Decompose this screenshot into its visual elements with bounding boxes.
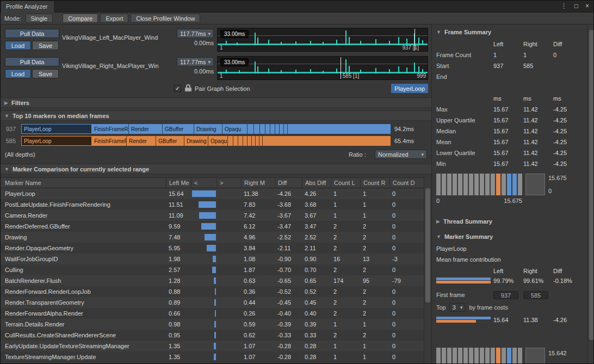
marker-segment[interactable] [254, 124, 260, 134]
marker-row[interactable]: BatchRenderer.Flush1.280.63-0.650.651749… [1, 275, 424, 286]
foldout-open-icon[interactable]: ▼ [4, 113, 9, 119]
frame-time-graph-left[interactable]: 33.00ms 1 937 [1] [217, 28, 428, 52]
scrollbar-thumb[interactable] [589, 30, 594, 340]
selected-frame-marker[interactable] [341, 57, 341, 79]
marker-row[interactable]: Culling2.571.87-0.700.70220 [1, 264, 424, 275]
marker-row[interactable]: WaitForJobGroupID1.981.08-0.900.901613-3 [1, 254, 424, 264]
marker-row[interactable]: Camera.Render11.097.42-3.673.67110 [1, 210, 424, 221]
marker-segment[interactable] [288, 124, 391, 134]
marker-segment[interactable] [247, 124, 254, 134]
mode-compare-button[interactable]: Compare [63, 14, 98, 23]
histogram-selection-box[interactable] [525, 174, 545, 195]
marker-row[interactable]: EarlyUpdate.UpdateTextureStreamingManage… [1, 341, 424, 351]
top10-bar[interactable]: PlayerLoopFinishFrameRRenderGBufferDrawi… [21, 136, 391, 146]
comparison-scrollbar[interactable] [424, 177, 431, 364]
marker-row[interactable]: Terrain.Details.Render0.980.59-0.390.391… [1, 319, 424, 330]
marker-segment[interactable] [284, 124, 288, 134]
mode-single-button[interactable]: Single [26, 14, 53, 23]
column-header-abs-diff[interactable]: Abs Diff [302, 178, 331, 188]
top10-bar[interactable]: PlayerLoopFinishFrameRRenderGBufferDrawi… [21, 124, 391, 134]
marker-segment[interactable] [280, 124, 284, 134]
marker-row[interactable]: Render.OpaqueGeometry5.953.84-2.112.1122… [1, 243, 424, 254]
filters-section-header[interactable]: ▶ Filters [1, 97, 431, 108]
marker-segment[interactable]: PlayerLoop [21, 124, 92, 134]
marker-segment[interactable] [265, 124, 270, 134]
marker-summary-histogram[interactable] [436, 348, 522, 364]
marker-segment[interactable] [275, 124, 280, 134]
load-button-left[interactable]: Load [5, 41, 31, 50]
frame-summary-histogram[interactable] [436, 174, 522, 195]
column-header-marker-name[interactable]: Marker Name [1, 178, 166, 188]
foldout-open-icon[interactable]: ▼ [436, 234, 441, 239]
column-header--[interactable]: < [191, 178, 216, 188]
foldout-closed-icon[interactable]: ▶ [436, 219, 440, 224]
marker-segment[interactable] [263, 136, 391, 146]
thread-summary-header[interactable]: ▶ Thread Summary [436, 218, 492, 225]
graph-plot[interactable] [218, 28, 428, 45]
marker-summary-header[interactable]: ▼ Marker Summary [436, 233, 493, 240]
menu-icon[interactable]: ⋮ [561, 2, 567, 10]
summary-scrollbar[interactable] [587, 24, 594, 364]
marker-segment[interactable] [247, 136, 252, 146]
marker-segment[interactable] [252, 136, 256, 146]
marker-segment[interactable]: FinishFrameR [92, 136, 127, 146]
ratio-dropdown[interactable]: Normalized ▾ [375, 150, 427, 159]
marker-segment[interactable] [270, 124, 275, 134]
marker-segment[interactable]: GBuffer [156, 136, 184, 146]
marker-row[interactable]: Drawing7.484.96-2.522.52220 [1, 232, 424, 243]
marker-segment[interactable]: PlayerLoop [21, 136, 92, 146]
column-header-left-me[interactable]: Left Me [166, 178, 191, 188]
maximize-icon[interactable]: □ [574, 2, 578, 10]
marker-segment[interactable]: Render [127, 136, 156, 146]
marker-segment[interactable]: Opaqu [222, 124, 247, 134]
scrollbar-thumb[interactable] [425, 188, 430, 303]
range-max-dropdown-right[interactable]: 117.77ms ▾ [177, 57, 214, 66]
first-frame-left-button[interactable]: 937 [493, 291, 518, 299]
column-header-diff[interactable]: Diff [275, 178, 302, 188]
marker-segment[interactable]: Drawing [194, 124, 222, 134]
window-tab[interactable]: Profile Analyzer [1, 1, 54, 13]
marker-segment[interactable] [243, 136, 247, 146]
marker-row[interactable]: RenderForward.RenderLoopJob0.880.36-0.52… [1, 286, 424, 297]
frame-summary-header[interactable]: ▼ Frame Summary [436, 29, 491, 35]
marker-segment[interactable]: Opaqu [208, 136, 228, 146]
export-button[interactable]: Export [100, 14, 128, 23]
first-frame-right-button[interactable]: 585 [523, 291, 548, 299]
marker-segment[interactable]: Drawing [184, 136, 208, 146]
marker-row[interactable]: RenderDeferred.GBuffer9.596.12-3.473.472… [1, 221, 424, 232]
pair-selection-checkbox[interactable]: ✓ [174, 85, 181, 92]
column-header-right-m[interactable]: Right M [241, 178, 275, 188]
foldout-closed-icon[interactable]: ▶ [4, 100, 8, 106]
marker-segment[interactable] [233, 136, 238, 146]
foldout-open-icon[interactable]: ▼ [4, 166, 9, 172]
marker-row[interactable]: PostLateUpdate.FinishFrameRendering11.51… [1, 199, 424, 210]
foldout-open-icon[interactable]: ▼ [436, 29, 441, 35]
lock-icon[interactable] [185, 84, 191, 91]
column-header-count-d[interactable]: Count D [389, 178, 419, 188]
marker-segment[interactable]: FinishFrameR [92, 124, 129, 134]
load-button-right[interactable]: Load [5, 69, 31, 78]
marker-segment[interactable] [260, 124, 265, 134]
top10-section-header[interactable]: ▼ Top 10 markers on median frames [1, 110, 431, 121]
close-profiler-window-button[interactable]: Close Profiler Window [131, 14, 200, 23]
pull-data-button-left[interactable]: Pull Data [5, 29, 59, 38]
marker-row[interactable]: RenderForwardAlpha.Render0.660.26-0.400.… [1, 308, 424, 319]
marker-row[interactable]: PlayerLoop15.6411.38-4.264.26110 [1, 188, 424, 199]
frame-time-graph-right[interactable]: 33.00ms 1 585 [1] 999 [217, 56, 428, 80]
marker-segment[interactable] [256, 136, 259, 146]
comparison-section-header[interactable]: ▼ Marker Comparison for currently select… [1, 164, 431, 174]
marker-segment[interactable]: Render [129, 124, 163, 134]
marker-segment[interactable] [238, 136, 243, 146]
save-button-right[interactable]: Save [32, 69, 59, 78]
graph-plot[interactable] [218, 57, 428, 73]
paired-marker-chip[interactable]: PlayerLoop [391, 84, 428, 93]
marker-row[interactable]: TextureStreamingManager.Update1.351.07-0… [1, 351, 424, 362]
marker-segment[interactable]: GBuffer [163, 124, 194, 134]
save-button-left[interactable]: Save [32, 41, 59, 50]
column-header--[interactable]: > [216, 178, 241, 188]
range-max-dropdown-left[interactable]: 117.77ms ▾ [177, 29, 214, 38]
marker-segment[interactable] [228, 136, 233, 146]
close-icon[interactable]: × [585, 2, 589, 10]
pull-data-button-right[interactable]: Pull Data [5, 57, 59, 66]
column-header-count-r[interactable]: Count R [360, 178, 389, 188]
